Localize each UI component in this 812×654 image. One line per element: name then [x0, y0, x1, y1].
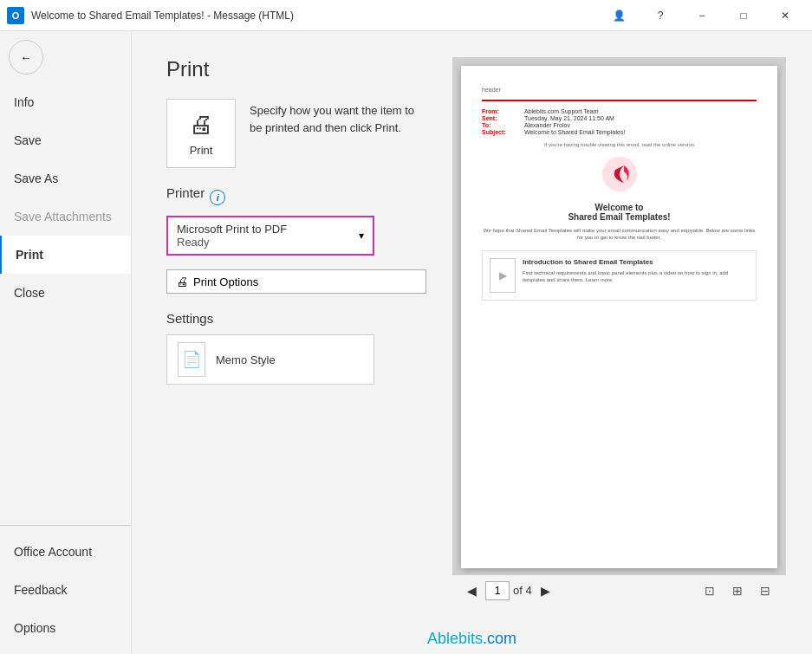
people-button[interactable]: 👤: [599, 3, 639, 29]
main-content: Print 🖨 Print Specify how you want the i…: [132, 31, 812, 654]
page-total-label: of 4: [513, 584, 532, 597]
preview-subject-row: Subject: Welcome to Shared Email Templat…: [482, 129, 757, 135]
to-label: To:: [482, 122, 521, 128]
app-body: ← Info Save Save As Save Attachments Pri…: [0, 31, 812, 654]
print-options-label: Print Options: [193, 275, 258, 288]
back-button[interactable]: ←: [9, 40, 43, 74]
minimize-button[interactable]: −: [682, 3, 722, 29]
printer-select-dropdown[interactable]: Microsoft Print to PDF Ready ▾: [166, 216, 374, 256]
sidebar-item-options[interactable]: Options: [0, 609, 131, 647]
print-options-icon: 🖨: [176, 275, 188, 288]
prev-page-button[interactable]: ◀: [461, 580, 482, 601]
next-page-button[interactable]: ▶: [536, 580, 556, 601]
printer-status: Ready: [177, 236, 287, 249]
to-value: Alexander Frolov: [524, 122, 570, 128]
preview-action-buttons: ⊡ ⊞ ⊟: [698, 579, 777, 603]
printer-icon: 🖨: [189, 110, 213, 139]
window-controls: 👤 ? − □ ✕: [599, 3, 805, 29]
window-title: Welcome to Shared Email Templates! - Mes…: [31, 10, 599, 22]
preview-video-text: Introduction to Shared Email Templates F…: [523, 258, 749, 293]
titlebar: O Welcome to Shared Email Templates! - M…: [0, 0, 812, 31]
preview-video-title: Introduction to Shared Email Templates: [523, 258, 749, 266]
zoom-button[interactable]: ⊞: [725, 579, 750, 603]
close-button[interactable]: ✕: [765, 3, 805, 29]
subject-label: Subject:: [482, 129, 521, 135]
from-label: From:: [482, 108, 521, 114]
sent-value: Tuesday, May 21, 2024 11:50 AM: [524, 115, 614, 121]
maximize-button[interactable]: □: [724, 3, 763, 29]
play-icon: ▶: [499, 269, 507, 282]
preview-page: header From: Ablebits.com Support Team S…: [461, 66, 777, 568]
back-icon: ←: [20, 51, 31, 64]
memo-style-icon: 📄: [178, 342, 205, 377]
printer-section-label: Printer: [166, 185, 205, 200]
dropdown-arrow-icon: ▾: [359, 230, 364, 242]
settings-section-label: Settings: [166, 311, 426, 326]
sidebar-bottom: Office Account Feedback Options: [0, 525, 131, 647]
preview-from-row: From: Ablebits.com Support Team: [482, 108, 757, 114]
print-area: Print 🖨 Print Specify how you want the i…: [132, 31, 812, 623]
preview-logo-area: [482, 152, 757, 196]
sidebar-item-print[interactable]: Print: [0, 236, 131, 274]
ablebits-branding: Ablebits.com: [132, 623, 812, 654]
app-icon: O: [7, 7, 24, 24]
page-number-input[interactable]: [485, 581, 510, 600]
print-description: Specify how you want the item to be prin…: [250, 99, 426, 136]
sent-label: Sent:: [482, 115, 521, 121]
preview-header: header: [482, 87, 757, 93]
subject-value: Welcome to Shared Email Templates!: [524, 129, 625, 135]
print-options-button[interactable]: 🖨 Print Options: [166, 269, 426, 294]
print-button-area: 🖨 Print Specify how you want the item to…: [166, 99, 426, 168]
preview-scroll-area[interactable]: header From: Ablebits.com Support Team S…: [452, 57, 786, 574]
printer-label-row: Printer i: [166, 185, 426, 209]
print-big-button[interactable]: 🖨 Print: [166, 99, 236, 168]
printer-name: Microsoft Print to PDF: [177, 223, 287, 236]
sidebar-item-save[interactable]: Save: [0, 121, 131, 159]
sidebar-item-save-attachments: Save Attachments: [0, 197, 131, 236]
ablebits-logo-svg: [598, 152, 641, 196]
preview-footer: ◀ of 4 ▶ ⊡ ⊞ ⊟: [452, 574, 786, 605]
page-navigation: ◀ of 4 ▶: [461, 580, 556, 601]
preview-play-button: ▶: [490, 258, 516, 293]
preview-online-text: If you're having trouble viewing this em…: [482, 142, 757, 147]
sidebar-item-close[interactable]: Close: [0, 274, 131, 312]
fit-page-button[interactable]: ⊡: [698, 579, 722, 603]
preview-body-text: We hope that Shared Email Templates will…: [482, 227, 757, 242]
print-preview-panel: header From: Ablebits.com Support Team S…: [452, 57, 786, 605]
memo-style-label: Memo Style: [216, 353, 276, 366]
preview-to-row: To: Alexander Frolov: [482, 122, 757, 128]
sidebar-nav: Info Save Save As Save Attachments Print…: [0, 83, 131, 654]
printer-info-icon[interactable]: i: [210, 190, 225, 205]
document-icon: 📄: [182, 350, 201, 369]
preview-video-desc: Find technical requirements and basic pa…: [523, 269, 749, 284]
sidebar-item-save-as[interactable]: Save As: [0, 159, 131, 197]
from-value: Ablebits.com Support Team: [524, 108, 598, 114]
sidebar-item-office-account[interactable]: Office Account: [0, 533, 131, 571]
preview-video-section: ▶ Introduction to Shared Email Templates…: [482, 250, 757, 301]
preview-sent-row: Sent: Tuesday, May 21, 2024 11:50 AM: [482, 115, 757, 121]
help-button[interactable]: ?: [640, 3, 680, 29]
grid-view-button[interactable]: ⊟: [753, 579, 777, 603]
preview-heading: Welcome to Shared Email Templates!: [482, 203, 757, 222]
page-title: Print: [166, 57, 426, 81]
printer-select-info: Microsoft Print to PDF Ready: [177, 223, 287, 249]
print-left-panel: Print 🖨 Print Specify how you want the i…: [166, 57, 426, 605]
settings-section: Settings 📄 Memo Style: [166, 311, 426, 385]
preview-meta: From: Ablebits.com Support Team Sent: Tu…: [482, 108, 757, 135]
sidebar-item-feedback[interactable]: Feedback: [0, 571, 131, 609]
sidebar: ← Info Save Save As Save Attachments Pri…: [0, 31, 132, 654]
preview-red-divider: [482, 100, 757, 101]
printer-section: Printer i Microsoft Print to PDF Ready ▾: [166, 185, 426, 256]
print-btn-label: Print: [190, 144, 213, 157]
ablebits-logo-text: Ablebits.com: [427, 630, 516, 648]
sidebar-item-info[interactable]: Info: [0, 83, 131, 121]
memo-style-button[interactable]: 📄 Memo Style: [166, 334, 374, 385]
